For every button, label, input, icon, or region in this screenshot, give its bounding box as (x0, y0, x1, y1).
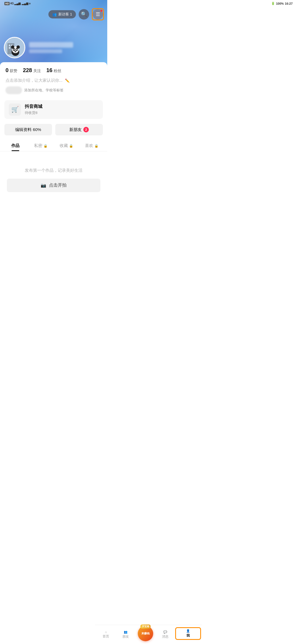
menu-button[interactable]: ☰ (93, 9, 103, 20)
svg-point-12 (16, 49, 17, 50)
action-buttons: 编辑资料 60% 新朋友 2 (0, 123, 107, 140)
visitor-label: 新访客 1 (58, 12, 72, 17)
stats-row: 0 获赞 228 关注 16 粉丝 (0, 62, 107, 76)
status-left: HD 4G ▂▄▆ ▂▄▆ ⌾ (4, 2, 31, 5)
followers-count: 16 (46, 67, 53, 73)
carrier-signal: 4G (10, 2, 14, 5)
shop-icon: 🛒 (9, 103, 21, 116)
new-friends-badge: 2 (83, 127, 89, 132)
camera-icon: 📷 (41, 183, 46, 188)
signal-bars: ▂▄▆ (14, 2, 21, 5)
camera-button[interactable]: 📷 点击开拍 (7, 179, 100, 192)
tab-works[interactable]: 作品 (3, 140, 28, 151)
likes-label: 获赞 (10, 69, 17, 73)
svg-rect-4 (9, 47, 10, 49)
username-area (29, 42, 73, 53)
new-friends-label: 新朋友 (69, 127, 82, 132)
empty-state: 发布第一个作品，记录美好生活 📷 点击开拍 (0, 151, 107, 200)
visitor-button[interactable]: 👥 新访客 1 (48, 10, 76, 18)
username-blurred (29, 42, 73, 48)
stat-followers[interactable]: 16 粉丝 (46, 67, 61, 73)
avatar-image (5, 38, 25, 58)
edit-profile-button[interactable]: 编辑资料 60% (4, 124, 52, 135)
tab-private[interactable]: 私密 🔒 (28, 140, 54, 151)
followers-label: 粉丝 (54, 69, 61, 73)
visitor-icon: 👥 (52, 12, 57, 17)
lock-icon-favorites: 🔒 (69, 144, 73, 148)
empty-state-text: 发布第一个作品，记录美好生活 (6, 168, 102, 173)
shop-card[interactable]: 🛒 抖音商城 待收货8 (4, 100, 103, 119)
tab-private-label: 私密 (34, 143, 42, 148)
status-bar: HD 4G ▂▄▆ ▂▄▆ ⌾ 🔋 100% 16:27 (0, 0, 107, 6)
stat-following[interactable]: 228 关注 (23, 67, 41, 73)
svg-rect-2 (9, 45, 10, 46)
wifi-icon: ⌾ (29, 2, 31, 5)
shop-info: 抖音商城 待收货8 (25, 104, 42, 115)
tab-likes[interactable]: 喜欢 🔒 (79, 140, 105, 151)
tab-favorites[interactable]: 收藏 🔒 (54, 140, 79, 151)
new-friends-count: 2 (85, 128, 87, 131)
lock-icon-likes: 🔒 (94, 144, 98, 148)
avatar[interactable] (4, 37, 25, 58)
location-tag-blurred (6, 86, 22, 94)
svg-point-13 (15, 51, 16, 52)
username-id-blurred (29, 49, 62, 53)
camera-button-label: 点击开拍 (49, 182, 67, 188)
svg-point-11 (13, 49, 15, 50)
shop-sub: 待收货8 (25, 110, 42, 115)
lock-icon-private: 🔒 (43, 144, 48, 148)
tag-area[interactable]: 添加所在地、学校等标签 (0, 85, 107, 98)
new-friends-button[interactable]: 新朋友 2 (55, 124, 103, 135)
edit-bio-icon: ✏️ (65, 78, 70, 83)
banner-nav: 👥 新访客 1 🔍 ☰ (0, 8, 107, 20)
tag-placeholder: 添加所在地、学校等标签 (24, 88, 64, 93)
menu-dot (100, 10, 103, 12)
menu-button-wrapper: ☰ (92, 8, 104, 20)
shop-name: 抖音商城 (25, 104, 42, 110)
stat-likes[interactable]: 0 获赞 (6, 67, 17, 73)
likes-count: 0 (6, 67, 9, 73)
signal-bars2: ▂▄▆ (22, 2, 28, 5)
tab-favorites-label: 收藏 (60, 143, 68, 148)
search-button[interactable]: 🔍 (79, 9, 89, 20)
bio-area[interactable]: 点击添加介绍，让大家认识你... ✏️ (0, 76, 107, 85)
profile-info (4, 37, 73, 58)
hamburger-icon: ☰ (96, 11, 100, 17)
profile-banner: 👥 新访客 1 🔍 ☰ (0, 0, 107, 66)
following-count: 228 (23, 67, 32, 73)
edit-profile-label: 编辑资料 60% (15, 127, 41, 132)
tabs-row: 作品 私密 🔒 收藏 🔒 喜欢 🔒 (0, 140, 107, 151)
content-area: 0 获赞 228 关注 16 粉丝 点击添加介绍，让大家认识你... ✏️ 添加… (0, 62, 107, 222)
tab-works-label: 作品 (11, 143, 20, 148)
carrier-hd1: HD (4, 2, 10, 5)
bio-text: 点击添加介绍，让大家认识你... (6, 78, 63, 83)
search-icon: 🔍 (81, 11, 87, 17)
following-label: 关注 (33, 69, 41, 73)
tab-likes-label: 喜欢 (85, 143, 93, 148)
